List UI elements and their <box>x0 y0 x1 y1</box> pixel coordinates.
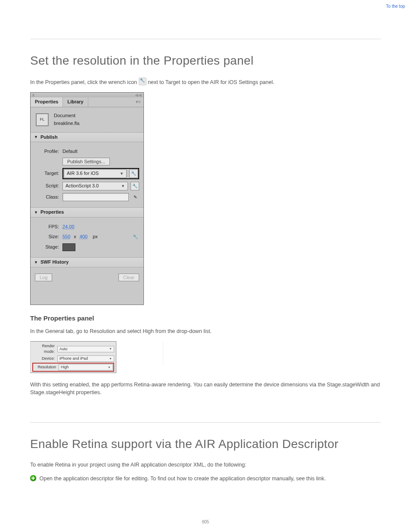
add-icon <box>30 475 36 481</box>
wrench-icon <box>139 78 146 85</box>
paragraph: To enable Retina in your project using t… <box>30 461 381 469</box>
paragraph: With this setting enabled, the app perfo… <box>30 381 381 396</box>
size-x: x <box>74 233 76 240</box>
chevron-down-icon: ▼ <box>34 210 38 215</box>
render-mode-label: Render mode: <box>32 343 57 355</box>
list-item: Open the application descriptor file for… <box>30 475 381 482</box>
section-heading-properties: Set the resolution in the Properties pan… <box>30 52 381 70</box>
resolution-highlight: Resolution High▼ <box>32 363 114 372</box>
chevron-down-icon: ▼ <box>120 171 124 177</box>
target-highlight: AIR 3.6 for iOS▼ 🔧 <box>62 168 139 179</box>
document-thumb-icon: FL <box>36 113 49 126</box>
chevron-down-icon: ▼ <box>121 184 125 189</box>
script-label: Script: <box>35 183 62 190</box>
chevron-down-icon: ▼ <box>34 134 38 140</box>
size-unit: px <box>93 233 98 240</box>
section-heading-descriptor: Enable Retina support via the AIR Applic… <box>30 436 381 453</box>
resolution-select[interactable]: High▼ <box>59 364 113 370</box>
panel-menu-icon[interactable]: ▾≡ <box>133 97 143 107</box>
divider <box>30 39 381 39</box>
script-select[interactable]: ActionScript 3.0▼ <box>62 182 128 190</box>
tab-properties[interactable]: Properties <box>31 97 63 107</box>
class-input[interactable] <box>62 193 129 201</box>
target-select[interactable]: AIR 3.6 for iOS▼ <box>64 169 127 178</box>
document-type-label: Document <box>54 112 79 119</box>
section-swf-history[interactable]: ▼SWF History <box>31 257 143 268</box>
publish-settings-button[interactable]: Publish Settings... <box>62 158 110 165</box>
panel-titlebar: x ◀◀ <box>31 93 143 97</box>
size-height[interactable]: 400 <box>80 233 87 240</box>
section-properties[interactable]: ▼Properties <box>31 207 143 218</box>
profile-label: Profile: <box>35 148 62 155</box>
device-select[interactable]: iPhone and iPad▼ <box>57 355 114 362</box>
document-filename: breakline.fla <box>54 120 79 127</box>
target-label: Target: <box>35 170 62 177</box>
profile-value: Default <box>62 148 78 155</box>
general-tab-snippet: Render mode: Auto▼ Device: iPhone and iP… <box>30 341 116 373</box>
script-settings-button[interactable]: 🔧 <box>131 182 139 190</box>
size-settings-button[interactable]: 🔧 <box>131 233 139 241</box>
page-number: 805 <box>0 519 411 526</box>
chevron-down-icon: ▼ <box>108 365 111 370</box>
stage-label: Stage: <box>35 244 62 251</box>
class-label: Class: <box>35 194 62 201</box>
fps-value[interactable]: 24.00 <box>62 224 75 230</box>
chevron-down-icon: ▼ <box>109 357 112 361</box>
tab-library[interactable]: Library <box>63 97 88 107</box>
paragraph: In the General tab, go to Resolution and… <box>30 327 381 335</box>
to-top-link[interactable]: To the top <box>386 3 405 10</box>
properties-panel: x ◀◀ Properties Library ▾≡ FL Document b… <box>30 92 144 305</box>
clear-button[interactable]: Clear <box>118 274 139 281</box>
fps-label: FPS: <box>35 224 62 230</box>
collapse-icon[interactable]: ◀◀ <box>135 92 142 99</box>
size-label: Size: <box>35 233 62 240</box>
chevron-down-icon: ▼ <box>109 347 112 351</box>
device-label: Device: <box>32 356 57 361</box>
stage-color-swatch[interactable] <box>62 243 75 251</box>
divider <box>30 422 381 423</box>
size-width[interactable]: 550 <box>62 233 70 240</box>
target-settings-button[interactable]: 🔧 <box>129 169 138 178</box>
chevron-down-icon: ▼ <box>34 260 38 265</box>
log-button[interactable]: Log <box>35 274 52 281</box>
paragraph: In the Properties panel, click the wrenc… <box>30 78 381 86</box>
close-icon[interactable]: x <box>32 92 34 99</box>
resolution-label: Resolution <box>34 364 59 370</box>
section-publish[interactable]: ▼Publish <box>31 132 143 143</box>
figure-caption: The Properties panel <box>30 314 381 323</box>
divider <box>163 342 163 366</box>
edit-class-button[interactable]: ✎ <box>131 193 139 201</box>
render-mode-select[interactable]: Auto▼ <box>57 346 114 352</box>
